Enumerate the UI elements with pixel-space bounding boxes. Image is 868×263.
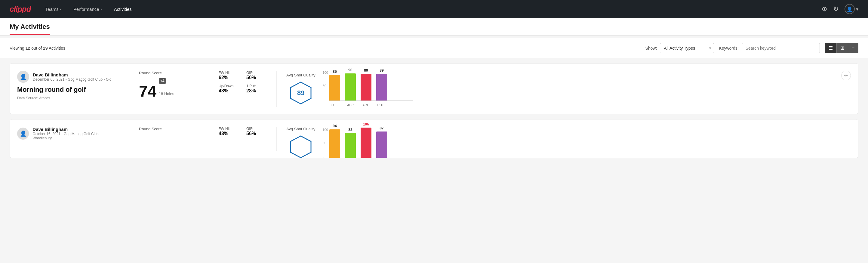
search-input[interactable] [742,43,820,53]
grid-view-button[interactable]: ⊞ [837,43,848,53]
gir-stat: GIR 56% [246,127,267,136]
fw-hit-stat: FW Hit 62% [219,71,239,80]
ott-bar [329,129,340,158]
activity-card: 👤 Dave Billingham December 05, 2021 - Go… [10,63,858,114]
card-left: 👤 Dave Billingham December 05, 2021 - Go… [17,71,119,100]
avg-shot-quality-label: Avg Shot Quality [286,127,315,131]
updown-stat: Up/Down 43% [219,84,239,94]
avatar-icon: 👤 [847,6,852,12]
user-menu[interactable]: 👤 ▾ [844,4,858,14]
activity-card: 👤 Dave Billingham October 16, 2021 - Gog… [10,119,858,158]
viewing-total: 29 [43,46,48,51]
bar-putt: 87 [376,126,387,158]
bar-ott: 85 [329,69,340,100]
app-value: 82 [348,127,352,132]
divider [209,71,209,107]
bars-area: 85 90 89 89 [329,71,413,107]
user-info: 👤 Dave Billingham October 16, 2021 - Gog… [17,127,119,140]
round-score-section: Round Score 74 +4 18 Holes [139,71,199,100]
nav-teams[interactable]: Teams ▾ [40,4,66,14]
bar-putt: 89 [376,68,387,100]
keywords-filter-group: Keywords: [719,43,819,53]
putt-bar [376,74,387,100]
round-score-section: Round Score [139,127,199,134]
oneputt-value: 28% [246,88,267,94]
bar-chart: 100 50 0 85 90 [323,71,413,107]
navbar: clippd Teams ▾ Performance ▾ Activities … [0,0,868,18]
bar-arg: 106 [361,122,371,158]
add-icon[interactable]: ⊕ [822,5,827,13]
card-edit: ✏ [841,71,851,80]
updown-label: Up/Down [219,84,239,88]
mini-stats: FW Hit 43% GIR 56% [219,127,267,136]
avatar-icon: 👤 [20,74,27,80]
hexagon-container: 89 [286,81,315,105]
user-name: Dave Billingham [33,72,111,77]
holes-text: 18 Holes [159,91,174,96]
putt-value: 87 [379,126,383,130]
hexagon-svg [289,135,313,158]
user-info: 👤 Dave Billingham December 05, 2021 - Go… [17,71,119,83]
bar-app: 90 [345,68,356,100]
avatar: 👤 [17,127,29,140]
app-label: APP [345,103,356,107]
logo[interactable]: clippd [10,4,31,14]
hexagon: 89 [289,81,313,105]
y-max: 100 [323,128,328,132]
view-toggle: ☰ ⊞ ≡ [825,43,858,53]
shot-quality-left: Avg Shot Quality [286,127,315,158]
nav-links: Teams ▾ Performance ▾ Activities [40,4,812,14]
y-min: 0 [323,154,328,158]
nav-performance[interactable]: Performance ▾ [69,4,107,14]
activity-type-select[interactable]: All Activity Types [660,43,714,53]
avatar: 👤 [17,71,29,83]
bar-app: 82 [345,127,356,158]
nav-activities[interactable]: Activities [109,4,136,14]
fw-hit-label: FW Hit [219,127,239,131]
putt-label: PUTT [376,103,387,107]
page-title: My Activities [10,23,50,35]
arg-value: 89 [364,68,368,72]
shot-quality-section: Avg Shot Quality 100 50 0 [286,127,413,158]
gir-stat: GIR 50% [246,71,267,80]
avatar: 👤 [844,4,855,14]
filters-bar: Viewing 12 out of 29 Activities Show: Al… [0,38,868,58]
list-view-button[interactable]: ☰ [825,43,837,53]
data-source: Data Source: Arccos [17,96,119,100]
fw-hit-stat: FW Hit 43% [219,127,239,136]
arg-label: ARG [361,103,371,107]
refresh-icon[interactable]: ↻ [833,5,839,13]
ott-value: 94 [333,124,337,128]
compact-view-button[interactable]: ≡ [848,43,858,53]
oneputt-label: 1 Putt [246,84,267,88]
app-value: 90 [348,68,352,72]
app-bar [345,133,356,158]
gir-label: GIR [246,71,267,75]
svg-marker-1 [290,136,311,158]
gir-value: 56% [246,131,267,136]
arg-bar [361,127,371,158]
divider [276,127,277,151]
activity-title: Morning round of golf [17,86,119,94]
arg-bar [361,74,371,100]
bar-labels: OTT APP ARG PUTT [329,101,413,107]
fw-hit-value: 43% [219,131,239,136]
user-meta: Dave Billingham October 16, 2021 - Gog M… [32,127,119,140]
hexagon [289,135,313,158]
shot-quality-section: Avg Shot Quality 89 100 50 0 [286,71,413,107]
edit-button[interactable]: ✏ [841,71,851,80]
score-badge: +4 [159,78,166,84]
bar-ott: 94 [329,124,340,158]
chevron-down-icon: ▾ [60,7,61,11]
viewing-count: 12 [26,46,30,51]
round-score-value: 74 [139,83,156,99]
y-max: 100 [323,71,328,74]
bars-container: 85 90 89 89 [329,71,413,101]
y-axis: 100 50 0 [323,71,328,101]
keywords-label: Keywords: [719,46,738,51]
divider [276,71,277,107]
round-score-container: 74 +4 18 Holes [139,78,199,99]
y-mid: 50 [323,84,328,88]
bars-area: 94 82 106 8 [329,128,413,158]
gir-label: GIR [246,127,267,131]
